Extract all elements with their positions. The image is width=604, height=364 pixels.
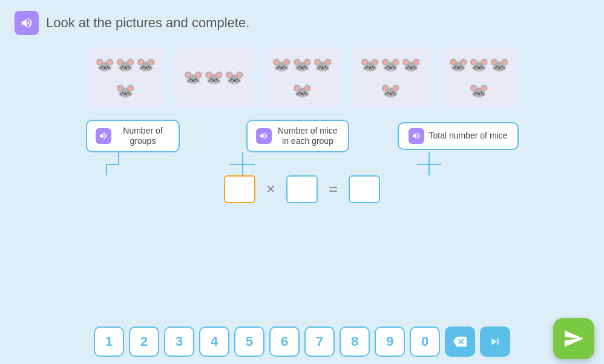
- each-label-text: Number of mice in each group: [277, 126, 340, 146]
- groups-input[interactable]: [224, 175, 255, 203]
- next-button[interactable]: [480, 327, 510, 357]
- total-label-text: Total number of mice: [429, 131, 508, 141]
- each-label-box: Number of mice in each group: [246, 120, 349, 152]
- groups-label-text: Number of groups: [116, 126, 170, 146]
- numpad-5[interactable]: 5: [234, 327, 264, 357]
- numpad-8[interactable]: 8: [340, 327, 370, 357]
- mice-group-1: 🐭 🐭 🐭 🐭: [86, 47, 165, 108]
- numpad-6[interactable]: 6: [269, 327, 300, 357]
- each-sound-icon[interactable]: [256, 128, 272, 144]
- numpad: 1 2 3 4 5 6 7 8 9 0: [94, 327, 510, 357]
- numpad-4[interactable]: 4: [199, 327, 229, 357]
- numpad-9[interactable]: 9: [375, 327, 405, 357]
- mice-display-row: 🐭 🐭 🐭 🐭 🐭 🐭 🐭 🐭 🐭 🐭 🐭 🐭 🐭 🐭 🐭 🐭 🐭 🐭 🐭: [0, 47, 604, 108]
- instruction-text: Look at the pictures and complete.: [46, 15, 249, 31]
- each-input[interactable]: [286, 175, 318, 203]
- labels-row: Number of groups Number of mice in each …: [86, 120, 519, 152]
- numpad-2[interactable]: 2: [129, 327, 159, 357]
- total-label-box: Total number of mice: [398, 122, 519, 150]
- total-input[interactable]: [349, 175, 380, 203]
- header-sound-button[interactable]: [15, 11, 39, 35]
- mice-group-5: 🐭 🐭 🐭 🐭: [439, 47, 518, 108]
- groups-label-box: Number of groups: [86, 120, 180, 152]
- numpad-0[interactable]: 0: [410, 327, 440, 357]
- mice-group-2: 🐭 🐭 🐭: [174, 47, 253, 108]
- multiply-operator: ×: [266, 180, 275, 198]
- equals-operator: =: [329, 180, 338, 198]
- mice-group-4: 🐭 🐭 🐭 🐭: [351, 47, 430, 108]
- connector-lines: [72, 152, 532, 175]
- numpad-1[interactable]: 1: [94, 327, 124, 357]
- equation-area: Number of groups Number of mice in each …: [0, 120, 604, 203]
- submit-button[interactable]: [553, 318, 594, 359]
- groups-sound-icon[interactable]: [96, 128, 111, 144]
- total-sound-icon[interactable]: [409, 128, 424, 144]
- numpad-7[interactable]: 7: [304, 327, 335, 357]
- delete-button[interactable]: [445, 327, 475, 357]
- numpad-3[interactable]: 3: [164, 327, 194, 357]
- input-row: × =: [224, 175, 380, 203]
- mice-group-3: 🐭 🐭 🐭 🐭: [263, 47, 341, 108]
